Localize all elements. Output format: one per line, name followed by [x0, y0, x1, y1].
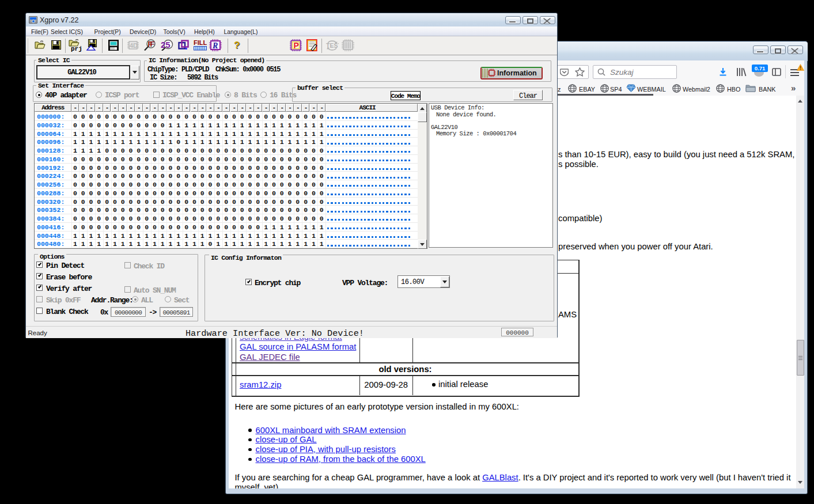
svg-text:P: P	[294, 41, 299, 50]
svg-text:25: 25	[161, 40, 171, 50]
svg-text:TEST: TEST	[326, 42, 339, 49]
svg-text:F: F	[150, 40, 155, 48]
svg-text:4D: 4D	[130, 42, 138, 49]
svg-text:FILL: FILL	[194, 40, 207, 46]
svg-text:R: R	[212, 41, 218, 50]
